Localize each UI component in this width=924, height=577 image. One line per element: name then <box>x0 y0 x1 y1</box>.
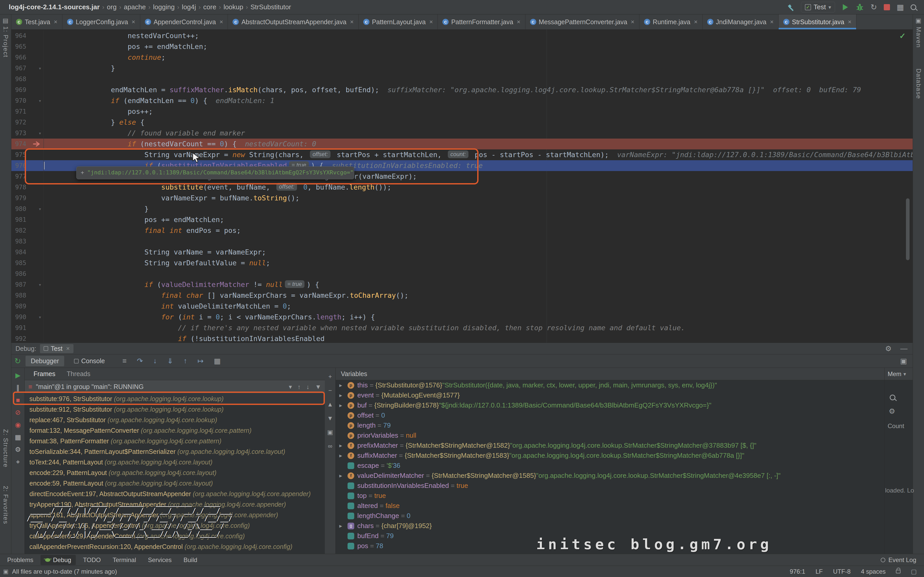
gutter[interactable]: ▾ <box>28 312 44 322</box>
code-line-965[interactable]: 965pos += endMatchLen; <box>11 41 913 52</box>
variable-row[interactable]: substitutionInVariablesEnabled = true <box>336 481 884 491</box>
close-tab-icon[interactable]: × <box>631 18 635 26</box>
fold-marker-icon[interactable]: ▾ <box>39 63 42 74</box>
stop-button[interactable] <box>884 4 890 10</box>
fold-marker-icon[interactable]: ▾ <box>39 312 42 322</box>
toolwindow-debug[interactable]: Debug <box>40 555 76 565</box>
editor-tab[interactable]: CLoggerConfig.java× <box>62 15 140 29</box>
close-tab-icon[interactable]: × <box>350 18 354 26</box>
pause-button[interactable]: ∥ <box>16 384 19 391</box>
code-line-988[interactable]: 988final char [] varNameExprChars = varN… <box>11 290 913 301</box>
line-number[interactable]: 971 <box>11 106 28 117</box>
code-line-974[interactable]: 974if (nestedVarCount == 0) { nestedVarC… <box>11 139 913 150</box>
code-line-981[interactable]: 981pos += endMatchLen; <box>11 214 913 225</box>
gutter[interactable] <box>28 247 44 258</box>
line-number[interactable]: 970 <box>11 95 28 106</box>
close-tab-icon[interactable]: × <box>132 18 135 26</box>
variable-row[interactable]: altered = false <box>336 501 884 511</box>
breadcrumb-item[interactable]: org <box>105 3 118 11</box>
editor-tab[interactable]: CAppenderControl.java× <box>140 15 228 29</box>
step-over-icon[interactable]: ↷ <box>137 357 143 365</box>
code-line-969[interactable]: 969endMatchLen = suffixMatcher.isMatch(c… <box>11 84 913 95</box>
memory-panel[interactable]: Mem ▾ ⚙ Count loaded. Lo <box>884 368 913 554</box>
line-number[interactable]: 974 <box>11 139 28 150</box>
gutter[interactable]: ▾ <box>28 95 44 106</box>
gutter[interactable] <box>28 290 44 301</box>
line-number[interactable]: 992 <box>11 333 28 343</box>
notifications-icon[interactable]: ▣ <box>916 17 921 24</box>
editor-tab[interactable]: CRuntime.java× <box>640 15 703 29</box>
gutter[interactable] <box>28 31 44 41</box>
debugger-settings-button[interactable]: ⚙ <box>15 446 21 453</box>
variable-row[interactable]: escape = '$' 36 <box>336 461 884 471</box>
code-line-972[interactable]: 972} else { <box>11 117 913 128</box>
code-line-990[interactable]: 990▾for (int i = 0; i < varNameExprChars… <box>11 312 913 322</box>
frame-row[interactable]: substitute:912, StrSubstitutor (org.apac… <box>25 404 325 415</box>
debug-session-tab[interactable]: Test × <box>40 344 73 353</box>
line-number[interactable]: 982 <box>11 225 28 236</box>
code-line-970[interactable]: 970▾if (endMatchLen == 0) { endMatchLen:… <box>11 95 913 106</box>
gutter[interactable] <box>28 52 44 63</box>
line-number[interactable]: 964 <box>11 31 28 41</box>
sidebar-item-database[interactable]: Database <box>915 69 922 99</box>
gutter[interactable]: ▾ <box>28 203 44 214</box>
sidebar-item-favorites[interactable]: 2: Favorites <box>2 486 9 524</box>
frame-row[interactable]: directEncodeEvent:197, AbstractOutputStr… <box>25 488 325 499</box>
gutter[interactable] <box>28 214 44 225</box>
gutter[interactable] <box>28 333 44 343</box>
gutter[interactable]: ▾ <box>28 63 44 74</box>
editor-tab[interactable]: CAbstractOutputStreamAppender.java× <box>228 15 359 29</box>
frame-row[interactable]: callAppenderPreventRecursion:120, Append… <box>25 542 325 552</box>
gutter[interactable] <box>28 258 44 268</box>
variable-row[interactable]: ▸pthis = {StrSubstitutor@1576} "StrSubst… <box>336 380 884 390</box>
breadcrumb-item[interactable]: core <box>202 3 218 11</box>
expand-chevron-icon[interactable]: ▸ <box>339 380 347 390</box>
line-number[interactable]: 972 <box>11 117 28 128</box>
line-number[interactable]: 983 <box>11 236 28 247</box>
code-line-982[interactable]: 982final int endPos = pos; <box>11 225 913 236</box>
gear-icon[interactable]: ⚙ <box>888 407 895 416</box>
editor-tab[interactable]: CPatternLayout.java× <box>359 15 438 29</box>
breadcrumb-item[interactable]: logging <box>152 3 176 11</box>
fold-marker-icon[interactable]: ▾ <box>39 279 42 290</box>
expand-chevron-icon[interactable]: ▸ <box>339 440 347 451</box>
line-number[interactable]: 987 <box>11 279 28 290</box>
toolwindow-problems[interactable]: Problems <box>3 555 38 565</box>
add-watch-icon[interactable]: + <box>328 373 332 380</box>
code-line-991[interactable]: 991// if there's any nested variable whe… <box>11 322 913 333</box>
file-encoding[interactable]: UTF-8 <box>833 568 851 575</box>
frame-row[interactable]: encode:229, PatternLayout (org.apache.lo… <box>25 467 325 478</box>
previous-frame-icon[interactable]: ▲ <box>327 401 333 408</box>
line-number[interactable]: 990 <box>11 312 28 322</box>
breadcrumb-item[interactable]: lookup <box>222 3 245 11</box>
expand-chevron-icon[interactable]: ▸ <box>339 521 347 531</box>
search-icon[interactable] <box>890 395 895 400</box>
line-number[interactable]: 965 <box>11 41 28 52</box>
close-tab-icon[interactable]: × <box>770 18 774 26</box>
line-number[interactable]: 989 <box>11 301 28 312</box>
breadcrumb-item[interactable]: log4j-core-2.14.1-sources.jar <box>5 3 101 11</box>
resume-button[interactable]: ▶ <box>16 372 21 379</box>
variable-row[interactable]: ppriorVariables = null <box>336 430 884 440</box>
code-line-992[interactable]: 992if (!substitutionInVariablesEnabled <box>11 333 913 343</box>
mute-breakpoints-button[interactable]: ⊘ <box>15 409 21 416</box>
pin-button[interactable]: ⌖ <box>16 459 20 465</box>
code-line-987[interactable]: 987▾if (valueDelimiterMatcher != null= t… <box>11 279 913 290</box>
variable-row[interactable]: ▸fprefixMatcher = {StrMatcher$StringMatc… <box>336 440 884 451</box>
layout-settings-icon[interactable]: ≡ <box>123 357 127 365</box>
inspection-status-icon[interactable]: ✓ <box>899 31 906 40</box>
gear-icon[interactable]: ⚙ <box>885 344 892 353</box>
gutter[interactable] <box>28 322 44 333</box>
line-number[interactable]: 991 <box>11 322 28 333</box>
evaluate-expression-icon[interactable]: ▦ <box>214 357 220 365</box>
line-number[interactable]: 985 <box>11 258 28 268</box>
line-number[interactable]: 986 <box>11 268 28 279</box>
close-tab-icon[interactable]: × <box>848 18 851 26</box>
breadcrumb-item[interactable]: apache <box>122 3 147 11</box>
frame-down-icon[interactable]: ↓ <box>306 383 309 390</box>
gutter[interactable] <box>28 268 44 279</box>
hide-panel-icon[interactable]: — <box>900 344 908 353</box>
variable-row[interactable]: plength = 79 <box>336 421 884 430</box>
toolwindow-switcher-icon[interactable]: ▣ <box>3 568 8 575</box>
close-tab-icon[interactable]: × <box>220 18 223 26</box>
